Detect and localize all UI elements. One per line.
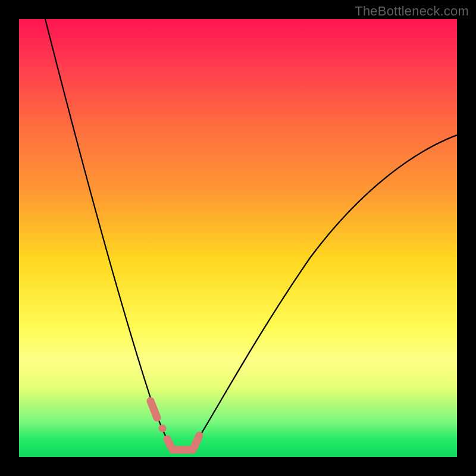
marker-seg [194,436,199,447]
trough-marker-group [151,401,199,450]
watermark-text: TheBottleneck.com [355,4,469,19]
chart-frame: TheBottleneck.com [0,0,476,476]
right-curve [193,135,457,447]
left-curve [45,19,171,446]
plot-area [19,19,457,457]
curve-layer [19,19,457,457]
marker-dot [159,425,167,433]
marker-seg [151,401,157,418]
marker-seg [167,439,171,447]
